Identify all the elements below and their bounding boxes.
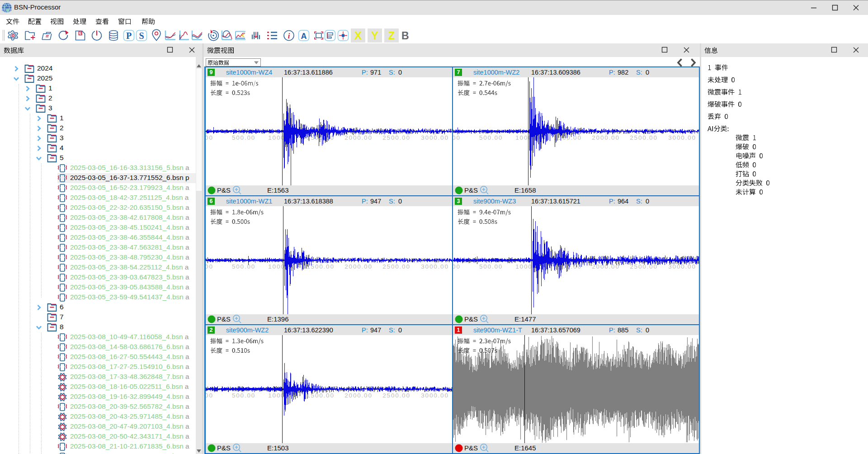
svg-text:1500.00: 1500.00 [307,392,334,399]
svg-text:500.00: 500.00 [232,134,255,141]
svg-text:0.00: 0.00 [206,263,213,270]
svg-text:3000.00: 3000.00 [421,134,448,141]
svg-text:2500.00: 2500.00 [382,134,410,141]
svg-text:500.00: 500.00 [232,263,255,270]
svg-text:1500.00: 1500.00 [307,263,334,270]
svg-text:500.00: 500.00 [479,263,503,270]
svg-text:2500.00: 2500.00 [382,263,410,270]
svg-text:2000.00: 2000.00 [344,392,372,399]
svg-text:0.00: 0.00 [206,392,213,399]
svg-text:2500.00: 2500.00 [630,263,657,270]
svg-text:2500.00: 2500.00 [382,392,410,399]
svg-text:0.00: 0.00 [206,134,213,141]
svg-text:2000.00: 2000.00 [592,134,619,141]
svg-text:500.00: 500.00 [232,392,255,399]
svg-text:3000.00: 3000.00 [421,392,448,399]
svg-text:3000.00: 3000.00 [421,263,448,270]
svg-text:500.00: 500.00 [479,134,503,141]
svg-text:0.00: 0.00 [453,134,461,141]
svg-text:3000.00: 3000.00 [668,263,696,270]
svg-text:2000.00: 2000.00 [344,134,372,141]
svg-text:0.00: 0.00 [453,263,461,270]
svg-text:3000.00: 3000.00 [668,134,696,141]
svg-text:2500.00: 2500.00 [630,134,657,141]
svg-text:2000.00: 2000.00 [344,263,372,270]
